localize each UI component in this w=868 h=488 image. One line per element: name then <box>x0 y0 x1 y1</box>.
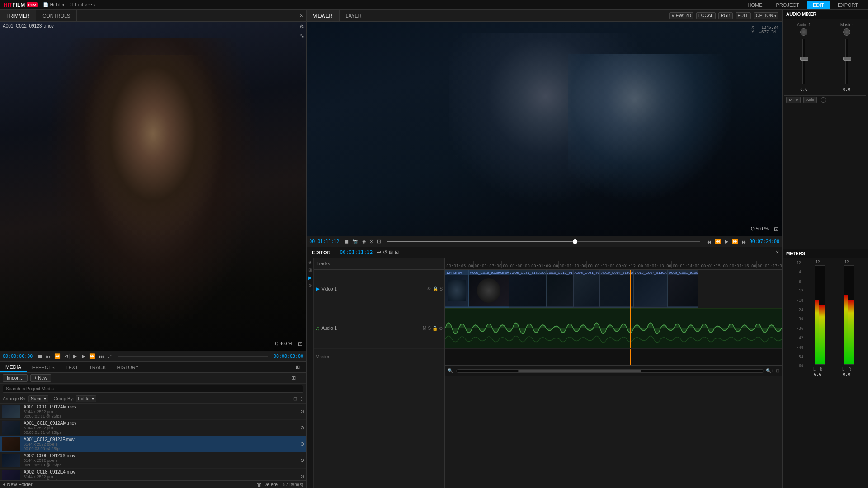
trimmer-rewind-btn[interactable]: ⏮ <box>45 354 52 359</box>
side-tool-1[interactable]: ◈ <box>308 260 312 265</box>
audio1-pan-knob[interactable] <box>800 28 807 36</box>
trimmer-tab-controls[interactable]: CONTROLS <box>36 10 77 21</box>
audio1-fader-track[interactable] <box>802 39 805 84</box>
trimmer-settings-icon[interactable]: ⚙ <box>299 23 304 30</box>
timeline-zoom-out-icon[interactable]: 🔍- <box>448 368 454 373</box>
media-tab-track[interactable]: TRACK <box>84 362 111 372</box>
audio-clip-0[interactable] <box>445 308 782 348</box>
media-list-item[interactable]: A002_C008_09129X.mov 6144 x 2592 pixels … <box>0 452 306 469</box>
video-clip-7[interactable]: A008_C031_9130U.mov <box>667 270 698 308</box>
media-grid-view-btn[interactable]: ⊞ <box>290 375 297 381</box>
video-track-lock-icon[interactable]: 🔒 <box>433 286 438 291</box>
audio-track-mute-icon[interactable]: M <box>423 326 426 331</box>
media-filter-icon[interactable]: ⊟ <box>293 396 297 401</box>
solo-button[interactable]: Solo <box>803 97 817 103</box>
side-tool-4[interactable]: ⊙ <box>308 283 312 288</box>
viewer-tab-viewer[interactable]: VIEWER <box>307 10 339 21</box>
editor-close-icon[interactable]: ✕ <box>773 249 782 255</box>
trimmer-loop-btn[interactable]: ⇌ <box>107 353 113 359</box>
viewer-prev-btn[interactable]: ⏪ <box>714 239 722 244</box>
video-clip-1[interactable]: A006_C019_91286.mov <box>468 270 509 308</box>
master-fader-thumb[interactable] <box>843 57 851 61</box>
media-list-view-btn[interactable]: ≡ <box>298 375 303 381</box>
trimmer-next-frame-btn[interactable]: ⏩ <box>88 353 96 359</box>
media-options-icon[interactable]: ⋮ <box>299 396 303 401</box>
trimmer-scrubbar[interactable] <box>118 356 268 357</box>
trimmer-mark-in-btn[interactable]: ⊲| <box>63 353 71 359</box>
nav-tab-project[interactable]: PROJECT <box>770 1 806 9</box>
viewer-rewind-btn[interactable]: ⏮ <box>705 239 712 244</box>
video-clip-5[interactable]: A010_C014_9130WV.mov <box>600 270 634 308</box>
trimmer-fit-icon[interactable]: ⊡ <box>298 341 302 347</box>
media-tab-text[interactable]: TEXT <box>60 362 84 372</box>
timeline-scroll-thumb[interactable] <box>518 370 641 372</box>
channel-active-toggle[interactable] <box>821 97 826 103</box>
video-clip-2[interactable]: A008_C031_9130DU.mov <box>509 270 546 308</box>
viewer-ffwd-btn[interactable]: ⏭ <box>741 239 748 244</box>
audio-track-area[interactable] <box>445 308 782 349</box>
viewer-color-mode-select[interactable]: LOCAL <box>696 12 716 19</box>
video-clip-6[interactable]: A010_C007_9130AS.mov <box>634 270 668 308</box>
audio-track-solo-icon[interactable]: S <box>428 326 431 331</box>
viewer-stop-btn[interactable]: ◼ <box>344 239 349 244</box>
trimmer-play-btn[interactable]: ▶ <box>72 353 78 359</box>
viewer-next-btn[interactable]: ⏩ <box>731 239 739 244</box>
side-tool-3[interactable]: ▶ <box>308 275 312 280</box>
trimmer-prev-frame-btn[interactable]: ⏪ <box>53 353 61 359</box>
nav-tab-edit[interactable]: EDIT <box>807 1 830 9</box>
audio-track-lock-icon[interactable]: 🔒 <box>432 326 438 331</box>
nav-tab-export[interactable]: EXPORT <box>831 1 864 9</box>
redo-icon[interactable]: ↪ <box>91 2 95 8</box>
media-tab-effects[interactable]: EFFECTS <box>27 362 60 372</box>
viewer-ripple-btn[interactable]: ⊡ <box>376 239 382 244</box>
media-search-input[interactable] <box>3 385 303 393</box>
timeline-fit-icon[interactable]: ⊡ <box>776 368 779 373</box>
trimmer-expand-icon[interactable]: ⤡ <box>300 33 304 39</box>
media-tab-history[interactable]: HISTORY <box>111 362 144 372</box>
timeline-scrollbar-area[interactable]: 🔍- 🔍+ ⊡ <box>445 365 782 376</box>
viewer-options-select[interactable]: OPTIONS <box>754 12 778 19</box>
audio-track-vol-icon[interactable]: ⊙ <box>439 326 443 331</box>
trimmer-stop-btn[interactable]: ◼ <box>37 353 43 359</box>
trimmer-tab-trimmer[interactable]: TRIMMER <box>0 10 36 21</box>
viewer-tab-layer[interactable]: LAYER <box>340 10 368 21</box>
video-track-eye-icon[interactable]: 👁 <box>427 286 431 291</box>
media-list-item[interactable]: A001_C010_0912AM.mov 6144 x 2592 pixels … <box>0 420 306 436</box>
trimmer-ffwd-btn[interactable]: ⏭ <box>98 354 105 359</box>
video-clip-0[interactable]: 124T.mov <box>445 270 468 308</box>
viewer-snap-btn[interactable]: ⊙ <box>368 239 374 244</box>
editor-redo-icon[interactable]: ↺ <box>383 249 387 255</box>
viewer-display-select[interactable]: FULL <box>736 12 751 19</box>
media-view-list-icon[interactable]: ≡ <box>302 364 304 370</box>
viewer-scrubbar[interactable] <box>387 241 699 242</box>
video-track-area[interactable]: 124T.mov A006_C019_91286.mov <box>445 270 782 308</box>
new-folder-btn[interactable]: + New Folder <box>3 482 33 487</box>
audio1-fader-thumb[interactable] <box>800 57 808 61</box>
side-tool-2[interactable]: ⊞ <box>308 267 312 272</box>
viewer-channel-select[interactable]: RGB <box>718 12 733 19</box>
undo-icon[interactable]: ↩ <box>85 2 90 8</box>
video-clip-4[interactable]: A008_C031_9130DU.mov <box>573 270 600 308</box>
media-list-item[interactable]: A002_C018_0912E4.mov 6144 x 2592 pixels … <box>0 469 306 480</box>
timeline-zoom-in-icon[interactable]: 🔍+ <box>766 368 774 373</box>
import-button[interactable]: Import... <box>3 374 28 382</box>
master-fader-track[interactable] <box>845 39 848 84</box>
group-value-select[interactable]: Folder ▾ <box>76 395 96 402</box>
viewer-fit-icon[interactable]: ⊡ <box>774 226 778 232</box>
media-list-item[interactable]: A001_C010_0912AM.mov 6144 x 2592 pixels … <box>0 404 306 420</box>
mute-button[interactable]: Mute <box>786 97 801 103</box>
video-clip-3[interactable]: A010_C016_9133U.mov <box>546 270 573 308</box>
new-button[interactable]: + New <box>30 374 52 382</box>
media-view-grid-icon[interactable]: ⊞ <box>296 364 300 370</box>
viewer-play-btn[interactable]: ▶ <box>724 239 729 244</box>
media-list-item-selected[interactable]: A001_C012_09123F.mov 6144 x 2592 pixels … <box>0 436 306 452</box>
nav-tab-home[interactable]: HOME <box>741 1 769 9</box>
viewer-cam-btn[interactable]: 📷 <box>351 239 359 244</box>
master-pan-knob[interactable] <box>843 28 850 36</box>
timeline-tracks-area[interactable]: 00:01:05:00 00:01:07:00 00:01:08:00 00:0… <box>445 258 782 488</box>
trimmer-mark-out-btn[interactable]: |▶ <box>80 353 86 359</box>
video-track-solo-icon[interactable]: S <box>439 286 443 291</box>
viewer-marker-btn[interactable]: ◈ <box>361 239 367 244</box>
editor-ripple-icon[interactable]: ⊡ <box>395 249 399 255</box>
delete-btn[interactable]: 🗑 Delete <box>257 482 278 487</box>
